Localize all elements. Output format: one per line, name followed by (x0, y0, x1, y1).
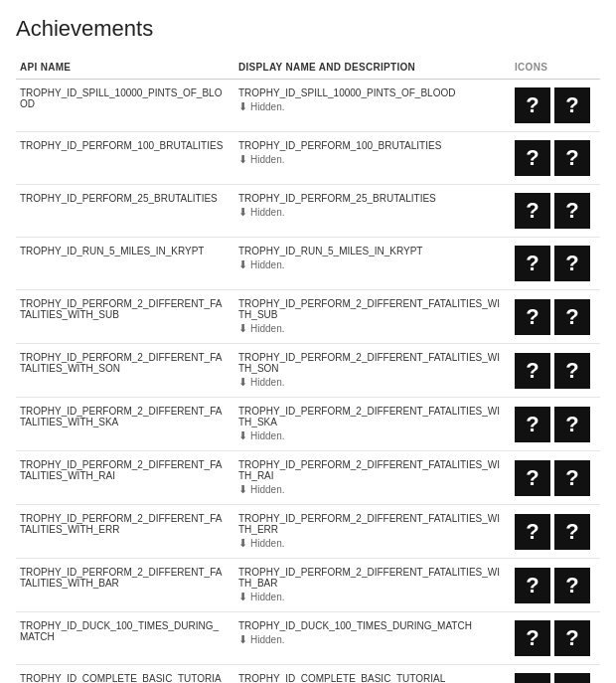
display-name-cell: TROPHY_ID_COMPLETE_BASIC_TUTORIAL⬇Hidden… (234, 665, 511, 684)
trophy-icon: ? (515, 514, 550, 550)
display-name-text: TROPHY_ID_PERFORM_2_DIFFERENT_FATALITIES… (238, 406, 503, 427)
trophy-icon: ? (554, 620, 590, 656)
table-row: TROPHY_ID_PERFORM_2_DIFFERENT_FATALITIES… (16, 344, 600, 398)
hidden-label: ⬇Hidden. (238, 258, 503, 271)
hidden-icon: ⬇ (238, 100, 247, 113)
table-row: TROPHY_ID_PERFORM_2_DIFFERENT_FATALITIES… (16, 451, 600, 505)
display-name-cell: TROPHY_ID_PERFORM_2_DIFFERENT_FATALITIES… (234, 398, 511, 451)
table-row: TROPHY_ID_SPILL_10000_PINTS_OF_BLOODTROP… (16, 80, 600, 132)
trophy-icon: ? (515, 460, 550, 496)
hidden-label: ⬇Hidden. (238, 322, 503, 335)
display-name-text: TROPHY_ID_DUCK_100_TIMES_DURING_MATCH (238, 620, 503, 631)
icon-pair: ?? (515, 353, 592, 389)
icon-pair: ?? (515, 673, 592, 683)
col-header-api-name: API NAME (16, 56, 234, 80)
hidden-text: Hidden. (250, 259, 284, 270)
table-header-row: API NAME DISPLAY NAME AND DESCRIPTION IC… (16, 56, 600, 80)
hidden-label: ⬇Hidden. (238, 100, 503, 113)
api-name-cell: TROPHY_ID_PERFORM_100_BRUTALITIES (16, 132, 234, 185)
trophy-icon: ? (515, 568, 550, 603)
display-name-cell: TROPHY_ID_PERFORM_2_DIFFERENT_FATALITIES… (234, 559, 511, 612)
api-name-cell: TROPHY_ID_COMPLETE_BASIC_TUTORIAL (16, 665, 234, 684)
display-name-cell: TROPHY_ID_PERFORM_2_DIFFERENT_FATALITIES… (234, 290, 511, 344)
icon-pair: ?? (515, 87, 592, 123)
trophy-icon: ? (515, 407, 550, 442)
icons-cell: ?? (511, 398, 600, 451)
hidden-label: ⬇Hidden. (238, 206, 503, 219)
icon-pair: ?? (515, 246, 592, 281)
hidden-text: Hidden. (250, 634, 284, 645)
hidden-label: ⬇Hidden. (238, 429, 503, 442)
hidden-text: Hidden. (250, 154, 284, 165)
display-name-cell: TROPHY_ID_PERFORM_2_DIFFERENT_FATALITIES… (234, 344, 511, 398)
display-name-cell: TROPHY_ID_PERFORM_2_DIFFERENT_FATALITIES… (234, 451, 511, 505)
display-name-cell: TROPHY_ID_PERFORM_2_DIFFERENT_FATALITIES… (234, 505, 511, 559)
display-name-text: TROPHY_ID_PERFORM_2_DIFFERENT_FATALITIES… (238, 513, 503, 535)
display-name-text: TROPHY_ID_PERFORM_2_DIFFERENT_FATALITIES… (238, 352, 503, 374)
api-name-cell: TROPHY_ID_RUN_5_MILES_IN_KRYPT (16, 238, 234, 290)
api-name-cell: TROPHY_ID_DUCK_100_TIMES_DURING_MATCH (16, 612, 234, 665)
hidden-text: Hidden. (250, 538, 284, 549)
icons-cell: ?? (511, 505, 600, 559)
trophy-icon: ? (554, 246, 590, 281)
icons-cell: ?? (511, 344, 600, 398)
hidden-text: Hidden. (250, 207, 284, 218)
hidden-icon: ⬇ (238, 258, 247, 271)
display-name-text: TROPHY_ID_PERFORM_25_BRUTALITIES (238, 193, 503, 204)
hidden-icon: ⬇ (238, 633, 247, 646)
display-name-text: TROPHY_ID_PERFORM_2_DIFFERENT_FATALITIES… (238, 298, 503, 320)
hidden-label: ⬇Hidden. (238, 633, 503, 646)
table-row: TROPHY_ID_PERFORM_2_DIFFERENT_FATALITIES… (16, 290, 600, 344)
trophy-icon: ? (515, 673, 550, 683)
hidden-label: ⬇Hidden. (238, 591, 503, 603)
trophy-icon: ? (554, 514, 590, 550)
trophy-icon: ? (515, 140, 550, 176)
icons-cell: ?? (511, 185, 600, 238)
hidden-label: ⬇Hidden. (238, 483, 503, 496)
api-name-cell: TROPHY_ID_PERFORM_25_BRUTALITIES (16, 185, 234, 238)
table-row: TROPHY_ID_RUN_5_MILES_IN_KRYPTTROPHY_ID_… (16, 238, 600, 290)
trophy-icon: ? (554, 673, 590, 683)
col-header-icons: ICONS (511, 56, 600, 80)
hidden-label: ⬇Hidden. (238, 153, 503, 166)
table-row: TROPHY_ID_PERFORM_2_DIFFERENT_FATALITIES… (16, 559, 600, 612)
hidden-label: ⬇Hidden. (238, 376, 503, 389)
icons-cell: ?? (511, 559, 600, 612)
api-name-cell: TROPHY_ID_PERFORM_2_DIFFERENT_FATALITIES… (16, 505, 234, 559)
hidden-icon: ⬇ (238, 322, 247, 335)
hidden-icon: ⬇ (238, 591, 247, 603)
icon-pair: ?? (515, 407, 592, 442)
display-name-cell: TROPHY_ID_SPILL_10000_PINTS_OF_BLOOD⬇Hid… (234, 80, 511, 132)
hidden-icon: ⬇ (238, 537, 247, 550)
hidden-text: Hidden. (250, 377, 284, 388)
trophy-icon: ? (554, 407, 590, 442)
trophy-icon: ? (515, 353, 550, 389)
api-name-cell: TROPHY_ID_PERFORM_2_DIFFERENT_FATALITIES… (16, 344, 234, 398)
icon-pair: ?? (515, 620, 592, 656)
api-name-cell: TROPHY_ID_PERFORM_2_DIFFERENT_FATALITIES… (16, 451, 234, 505)
icons-cell: ?? (511, 612, 600, 665)
trophy-icon: ? (554, 460, 590, 496)
hidden-icon: ⬇ (238, 483, 247, 496)
icons-cell: ?? (511, 132, 600, 185)
hidden-icon: ⬇ (238, 153, 247, 166)
display-name-text: TROPHY_ID_PERFORM_2_DIFFERENT_FATALITIES… (238, 459, 503, 481)
icon-pair: ?? (515, 299, 592, 335)
hidden-icon: ⬇ (238, 429, 247, 442)
hidden-label: ⬇Hidden. (238, 537, 503, 550)
trophy-icon: ? (554, 140, 590, 176)
display-name-cell: TROPHY_ID_RUN_5_MILES_IN_KRYPT⬇Hidden. (234, 238, 511, 290)
hidden-text: Hidden. (250, 592, 284, 602)
api-name-cell: TROPHY_ID_PERFORM_2_DIFFERENT_FATALITIES… (16, 290, 234, 344)
trophy-icon: ? (554, 299, 590, 335)
achievements-table: API NAME DISPLAY NAME AND DESCRIPTION IC… (16, 56, 600, 683)
hidden-text: Hidden. (250, 430, 284, 441)
icon-pair: ?? (515, 514, 592, 550)
icon-pair: ?? (515, 140, 592, 176)
trophy-icon: ? (554, 353, 590, 389)
table-row: TROPHY_ID_PERFORM_100_BRUTALITIESTROPHY_… (16, 132, 600, 185)
hidden-text: Hidden. (250, 101, 284, 112)
display-name-text: TROPHY_ID_PERFORM_2_DIFFERENT_FATALITIES… (238, 567, 503, 589)
table-row: TROPHY_ID_COMPLETE_BASIC_TUTORIALTROPHY_… (16, 665, 600, 684)
table-row: TROPHY_ID_DUCK_100_TIMES_DURING_MATCHTRO… (16, 612, 600, 665)
